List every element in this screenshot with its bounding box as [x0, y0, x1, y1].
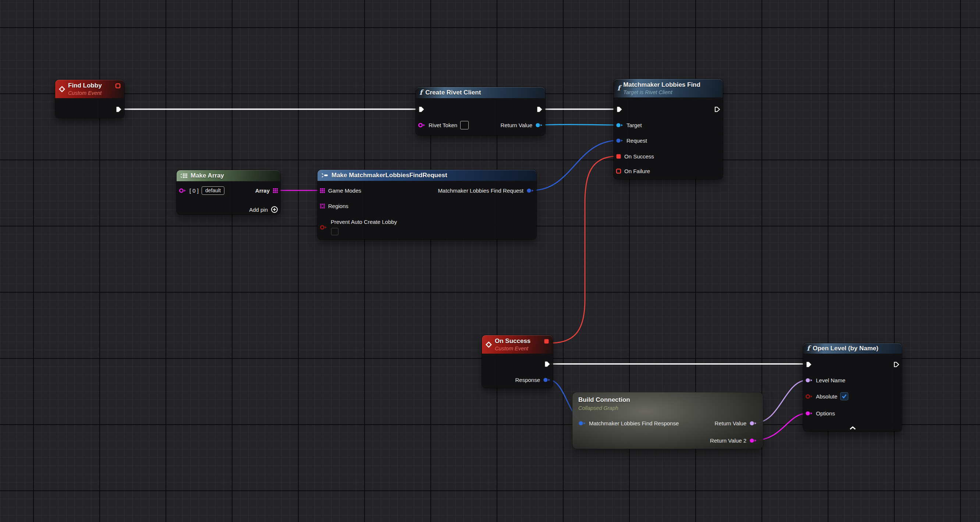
- name-pin[interactable]: [805, 378, 813, 383]
- node-header: f Open Level (by Name): [803, 343, 902, 354]
- function-icon: f: [419, 88, 422, 96]
- exec-output-pin[interactable]: [536, 106, 543, 113]
- wire-returnvalue-target[interactable]: [541, 125, 617, 125]
- node-subtitle: Custom Event: [495, 345, 530, 352]
- pin-label: Level Name: [816, 377, 845, 383]
- string-pin[interactable]: [805, 411, 813, 416]
- make-struct-icon: [321, 173, 329, 178]
- exec-output-pin[interactable]: [115, 106, 122, 113]
- object-pin[interactable]: [535, 122, 543, 128]
- pin-label: Matchmaker Lobbies Find Response: [589, 420, 679, 427]
- node-make-array[interactable]: Make Array [ 0 ] default Array Add pin: [177, 170, 280, 214]
- element-0-input[interactable]: default: [202, 186, 224, 195]
- node-title: Matchmaker Lobbies Find: [623, 81, 700, 89]
- node-title: Make MatchmakerLobbiesFindRequest: [331, 172, 447, 179]
- node-header: Make Array: [177, 170, 280, 181]
- struct-pin[interactable]: [543, 377, 551, 383]
- node-make-matchmakerlobbiesfindrequest[interactable]: Make MatchmakerLobbiesFindRequest Game M…: [317, 170, 536, 239]
- pin-label: [ 0 ]: [189, 187, 199, 194]
- exec-input-pin[interactable]: [418, 106, 425, 113]
- node-title: Build Connection: [578, 395, 630, 405]
- pin-label: Return Value: [501, 122, 532, 128]
- pin-label: On Failure: [624, 168, 650, 174]
- bool-pin-hollow[interactable]: [805, 394, 813, 399]
- struct-pin[interactable]: [578, 420, 586, 426]
- string-pin-hollow[interactable]: [418, 122, 426, 128]
- node-create-rivet-client[interactable]: f Create Rivet Client Rivet Token Return…: [416, 87, 545, 135]
- exec-output-pin-unconnected[interactable]: [714, 106, 721, 113]
- node-title: Find Lobby: [68, 82, 102, 89]
- delegate-pin-hollow[interactable]: [616, 168, 621, 174]
- node-subtitle: Collapsed Graph: [578, 405, 630, 412]
- wire-layer: [0, 0, 980, 522]
- make-array-icon: [180, 173, 188, 178]
- add-pin-label: Add pin: [249, 206, 268, 213]
- string-pin[interactable]: [749, 438, 757, 443]
- node-header: Make MatchmakerLobbiesFindRequest: [317, 170, 536, 181]
- pin-label: Regions: [328, 203, 348, 209]
- exec-output-pin-unconnected[interactable]: [893, 361, 900, 368]
- pin-label: Array: [255, 187, 270, 194]
- custom-event-icon: [59, 86, 65, 92]
- node-header: f Matchmaker Lobbies Find Target is Rive…: [614, 79, 723, 97]
- node-find-lobby[interactable]: Find Lobby Custom Event: [55, 80, 124, 118]
- node-subtitle: Custom Event: [68, 90, 102, 96]
- pin-label: Absolute: [816, 393, 837, 400]
- delegate-pin[interactable]: [115, 83, 121, 89]
- struct-pin[interactable]: [616, 138, 624, 143]
- array-pin[interactable]: [320, 188, 325, 194]
- pin-label: Request: [627, 138, 647, 144]
- node-on-success[interactable]: On Success Custom Event Response: [482, 335, 553, 388]
- pin-label: Target: [627, 122, 642, 128]
- pin-label: Return Value: [715, 420, 746, 427]
- rivet-token-input[interactable]: [460, 121, 469, 129]
- wire-findrequest-request[interactable]: [533, 140, 617, 190]
- absolute-checkbox[interactable]: [840, 392, 848, 400]
- function-icon: f: [617, 84, 620, 92]
- pin-label: Return Value 2: [710, 438, 746, 444]
- node-title: On Success: [495, 337, 530, 345]
- node-header: Find Lobby Custom Event: [55, 80, 124, 98]
- node-open-level-by-name[interactable]: f Open Level (by Name) Level Name Absolu…: [803, 343, 902, 431]
- name-pin[interactable]: [749, 420, 757, 426]
- struct-pin[interactable]: [527, 188, 534, 194]
- node-title: Make Array: [191, 172, 224, 179]
- collapse-chevron-icon[interactable]: [850, 426, 856, 430]
- exec-output-pin[interactable]: [544, 361, 551, 368]
- exec-input-pin[interactable]: [805, 361, 812, 368]
- bool-pin-hollow[interactable]: [320, 225, 328, 230]
- delegate-pin-connected[interactable]: [544, 339, 549, 344]
- node-header: f Create Rivet Client: [416, 87, 545, 98]
- function-icon: f: [807, 344, 810, 352]
- exec-input-pin[interactable]: [616, 106, 623, 113]
- node-matchmaker-lobbies-find[interactable]: f Matchmaker Lobbies Find Target is Rive…: [614, 79, 723, 179]
- pin-label: Rivet Token: [429, 122, 457, 128]
- custom-event-icon: [485, 341, 492, 348]
- node-title: Open Level (by Name): [813, 345, 878, 352]
- array-pin-hollow[interactable]: [320, 203, 325, 209]
- pin-label: Options: [816, 410, 835, 416]
- pin-label: Response: [515, 377, 540, 383]
- wildcard-pin-hollow[interactable]: [179, 188, 186, 194]
- wire-delegate-onsuccess[interactable]: [549, 156, 617, 343]
- blueprint-graph-canvas[interactable]: Find Lobby Custom Event f Create Rivet C…: [0, 0, 980, 522]
- array-pin[interactable]: [273, 188, 278, 194]
- add-pin-button[interactable]: [271, 206, 278, 213]
- node-title: Create Rivet Client: [425, 89, 481, 96]
- node-build-connection[interactable]: Build Connection Collapsed Graph Matchma…: [573, 392, 763, 449]
- prevent-auto-create-lobby-checkbox[interactable]: [331, 228, 339, 235]
- object-pin[interactable]: [616, 122, 624, 128]
- node-subtitle: Target is Rivet Client: [623, 89, 700, 95]
- pin-label: Game Modes: [328, 187, 361, 194]
- pin-label: On Success: [624, 153, 654, 160]
- node-header: On Success Custom Event: [482, 335, 553, 354]
- pin-label: Matchmaker Lobbies Find Request: [438, 187, 523, 194]
- delegate-pin-connected[interactable]: [616, 154, 621, 159]
- pin-label: Prevent Auto Create Lobby: [331, 219, 397, 225]
